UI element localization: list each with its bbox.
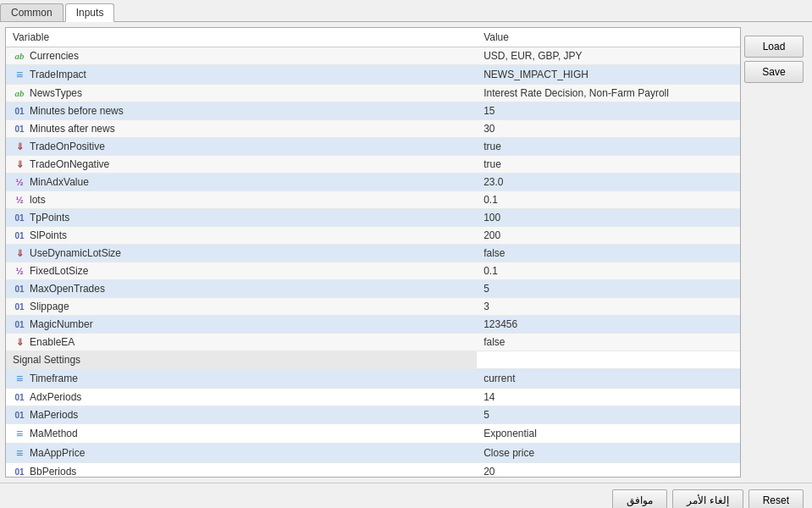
variable-cell: abCurrencies xyxy=(6,47,362,64)
table-row[interactable]: 01MaPeriods5 xyxy=(6,406,740,424)
variable-cell: 01MaxOpenTrades xyxy=(6,280,362,297)
tab-common[interactable]: Common xyxy=(0,3,64,21)
variable-name: Minutes before news xyxy=(30,105,124,117)
value-cell[interactable]: 20 xyxy=(477,463,740,478)
table-row[interactable]: ⇓TradeOnPositivetrue xyxy=(6,138,740,156)
value-cell[interactable]: 3 xyxy=(477,298,740,316)
side-buttons-panel: LoadSave xyxy=(741,27,807,478)
type-icon: ⇓ xyxy=(13,141,26,152)
type-icon: 01 xyxy=(13,411,26,420)
table-row[interactable]: abNewsTypesInterest Rate Decision, Non-F… xyxy=(6,85,740,102)
type-icon: 01 xyxy=(13,213,26,223)
variable-name: MaPeriods xyxy=(30,409,78,421)
variable-cell: ⇓UseDynamicLotSize xyxy=(6,245,362,262)
table-row[interactable]: 01MaxOpenTrades5 xyxy=(6,280,740,298)
value-cell[interactable]: 0.1 xyxy=(477,262,740,280)
type-icon: 01 xyxy=(13,107,26,116)
variable-name: MagicNumber xyxy=(30,318,93,330)
table-row[interactable]: ≡TradeImpactNEWS_IMPACT_HIGH xyxy=(6,65,740,85)
value-cell[interactable]: Interest Rate Decision, Non-Farm Payroll xyxy=(477,85,740,102)
table-row[interactable]: 01TpPoints100 xyxy=(6,209,740,227)
table-row[interactable]: ½lots0.1 xyxy=(6,191,740,209)
value-cell[interactable]: 123456 xyxy=(477,316,740,334)
variable-cell: 01Slippage xyxy=(6,298,362,315)
variable-cell: 01MagicNumber xyxy=(6,316,362,333)
type-icon: ≡ xyxy=(13,372,26,385)
value-cell[interactable]: true xyxy=(477,156,740,174)
inputs-table: Variable Value abCurrenciesUSD, EUR, GBP… xyxy=(5,27,741,478)
value-cell[interactable]: 15 xyxy=(477,102,740,120)
variable-name: BbPeriods xyxy=(30,466,76,478)
value-cell[interactable]: 200 xyxy=(477,227,740,245)
variable-name: Timeframe xyxy=(30,373,78,384)
value-cell[interactable]: current xyxy=(477,369,740,389)
table-row[interactable]: abCurrenciesUSD, EUR, GBP, JPY xyxy=(6,47,740,65)
reset-button[interactable]: Reset xyxy=(748,489,804,509)
value-cell[interactable]: Exponential xyxy=(477,424,740,444)
variable-cell: ⇓TradeOnPositive xyxy=(6,138,362,155)
variable-name: TradeOnNegative xyxy=(30,158,109,170)
table-row[interactable]: ½MinAdxValue23.0 xyxy=(6,174,740,191)
table-row[interactable]: ⇓TradeOnNegativetrue xyxy=(6,156,740,174)
type-icon: 01 xyxy=(13,284,26,294)
table-row[interactable]: ≡MaMethodExponential xyxy=(6,424,740,444)
table-row[interactable]: 01SlPoints200 xyxy=(6,227,740,245)
cancel-button[interactable]: إلغاء الأمر xyxy=(672,489,743,509)
value-cell[interactable]: NEWS_IMPACT_HIGH xyxy=(477,65,740,85)
type-icon: 01 xyxy=(13,302,26,312)
value-cell[interactable]: true xyxy=(477,138,740,156)
table-row[interactable]: 01Minutes after news30 xyxy=(6,120,740,138)
value-cell[interactable]: 5 xyxy=(477,406,740,424)
ok-button[interactable]: موافق xyxy=(612,489,667,509)
value-cell[interactable]: 0.1 xyxy=(477,191,740,209)
type-icon: 01 xyxy=(13,467,26,477)
variable-cell: 01TpPoints xyxy=(6,209,362,226)
value-cell[interactable]: 23.0 xyxy=(477,174,740,191)
type-icon: ≡ xyxy=(13,446,26,460)
table-row[interactable]: ≡MaAppPriceClose price xyxy=(6,444,740,463)
table-row[interactable]: ≡Timeframecurrent xyxy=(6,369,740,389)
table-row[interactable]: ⇓EnableEAfalse xyxy=(6,334,740,351)
value-cell[interactable]: false xyxy=(477,245,740,262)
type-icon: 01 xyxy=(13,231,26,240)
type-icon: ⇓ xyxy=(13,159,26,170)
value-cell[interactable]: 30 xyxy=(477,120,740,138)
table-row[interactable]: 01Slippage3 xyxy=(6,298,740,316)
variable-cell: ≡Timeframe xyxy=(6,369,362,388)
variable-cell: ½MinAdxValue xyxy=(6,174,362,190)
value-cell[interactable]: false xyxy=(477,334,740,351)
variable-cell: 01MaPeriods xyxy=(6,406,362,423)
value-cell[interactable]: USD, EUR, GBP, JPY xyxy=(477,47,740,65)
value-cell[interactable]: 14 xyxy=(477,389,740,406)
load-button[interactable]: Load xyxy=(744,36,804,58)
table-row[interactable]: 01Minutes before news15 xyxy=(6,102,740,120)
tab-bar: Common Inputs xyxy=(0,0,812,22)
variable-name: MaMethod xyxy=(30,428,78,439)
table-row[interactable]: Signal Settings xyxy=(6,351,740,369)
variable-name: Slippage xyxy=(30,301,69,312)
table-row[interactable]: 01MagicNumber123456 xyxy=(6,316,740,334)
tab-inputs[interactable]: Inputs xyxy=(65,3,115,22)
variable-name: SlPoints xyxy=(30,229,67,241)
type-icon: ⇓ xyxy=(13,248,26,259)
variable-name: UseDynamicLotSize xyxy=(30,247,121,259)
value-cell[interactable]: 5 xyxy=(477,280,740,298)
variable-cell: 01Minutes after news xyxy=(6,120,362,137)
section-header-label: Signal Settings xyxy=(6,351,362,368)
variable-cell: ½lots xyxy=(6,191,362,208)
value-cell[interactable]: Close price xyxy=(477,444,740,463)
variable-cell: 01BbPeriods xyxy=(6,463,362,478)
variable-name: TradeImpact xyxy=(30,69,86,80)
type-icon: ≡ xyxy=(13,427,26,440)
variable-cell: ½FixedLotSize xyxy=(6,262,362,279)
save-button[interactable]: Save xyxy=(744,61,804,83)
variable-name: AdxPeriods xyxy=(30,391,81,403)
table-row[interactable]: ½FixedLotSize0.1 xyxy=(6,262,740,280)
variable-cell: 01SlPoints xyxy=(6,227,362,244)
type-icon: 01 xyxy=(13,124,26,134)
table-row[interactable]: 01BbPeriods20 xyxy=(6,463,740,478)
variable-cell: ⇓TradeOnNegative xyxy=(6,156,362,173)
table-row[interactable]: 01AdxPeriods14 xyxy=(6,389,740,406)
value-cell[interactable]: 100 xyxy=(477,209,740,227)
table-row[interactable]: ⇓UseDynamicLotSizefalse xyxy=(6,245,740,262)
